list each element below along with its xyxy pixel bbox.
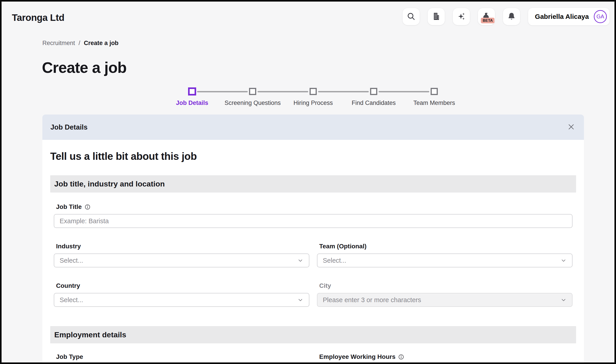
search-icon [406,12,416,22]
breadcrumb-current: Create a job [84,40,118,47]
search-button[interactable] [403,8,420,25]
user-name: Gabriella Alicaya [535,13,589,20]
step-connector [258,91,308,92]
city-field: City Please enter 3 or more characters [317,282,573,307]
company-name: Taronga Ltd [12,12,64,23]
panel-heading: Tell us a little bit about this job [50,150,576,162]
step-dot [188,87,196,95]
job-type-label: Job Type [54,353,309,360]
user-menu-button[interactable]: Gabriella Alicaya GA [528,8,610,25]
close-button[interactable] [566,122,576,132]
city-select: Please enter 3 or more characters [317,293,573,307]
breadcrumb-separator: / [79,40,80,47]
labs-button[interactable]: BETA [478,8,495,25]
top-bar-actions: BETA Gabriella Alicaya GA [403,8,610,25]
team-label: Team (Optional) [317,243,573,250]
country-field: Country Select... [54,282,309,307]
job-details-panel: Job Details Tell us a little bit about t… [42,115,584,364]
industry-select[interactable]: Select... [54,254,309,267]
step-team-members[interactable]: Team Members [404,88,464,106]
notifications-button[interactable] [503,8,520,25]
info-icon[interactable] [84,204,91,210]
section-employment-details: Employment details [50,326,576,343]
top-bar: Taronga Ltd [1,1,615,25]
building-icon [432,12,441,22]
breadcrumb: Recruitment / Create a job [42,40,615,47]
step-connector [318,91,369,92]
step-dot [310,88,317,95]
step-job-details[interactable]: Job Details [162,88,222,106]
job-title-input[interactable] [54,214,573,228]
wizard-stepper: Job Details Screening Questions Hiring P… [42,88,584,106]
step-connector [379,91,429,92]
beta-badge: BETA [481,18,495,23]
panel-body: Tell us a little bit about this job Job … [42,140,584,364]
step-dot [249,88,256,95]
team-select[interactable]: Select... [317,254,573,267]
chevron-down-icon [297,257,303,264]
section-job-title-industry-location: Job title, industry and location [50,175,576,193]
page-title: Create a job [42,59,615,76]
step-find-candidates[interactable]: Find Candidates [343,88,404,106]
chevron-down-icon [297,297,303,303]
close-icon [567,123,575,131]
step-dot [370,88,377,95]
chevron-down-icon [560,257,567,264]
ai-assistant-button[interactable] [453,8,470,25]
city-label: City [317,282,573,289]
organisation-button[interactable] [428,8,445,25]
step-connector [197,91,248,92]
panel-header: Job Details [42,115,584,140]
info-icon[interactable] [398,354,404,360]
sparkles-icon [457,12,466,22]
employee-working-hours-label: Employee Working Hours [317,353,573,360]
industry-label: Industry [54,243,309,250]
panel-title: Job Details [51,123,87,131]
breadcrumb-recruitment[interactable]: Recruitment [42,40,75,47]
step-dot [431,88,438,95]
team-field: Team (Optional) Select... [317,243,573,267]
industry-field: Industry Select... [54,243,309,267]
chevron-down-icon [560,297,567,303]
job-title-label: Job Title [54,203,573,210]
avatar: GA [594,10,607,23]
country-select[interactable]: Select... [54,293,309,307]
country-label: Country [54,282,309,289]
step-hiring-process[interactable]: Hiring Process [283,88,343,106]
bell-icon [507,12,516,22]
step-screening-questions[interactable]: Screening Questions [222,88,283,106]
